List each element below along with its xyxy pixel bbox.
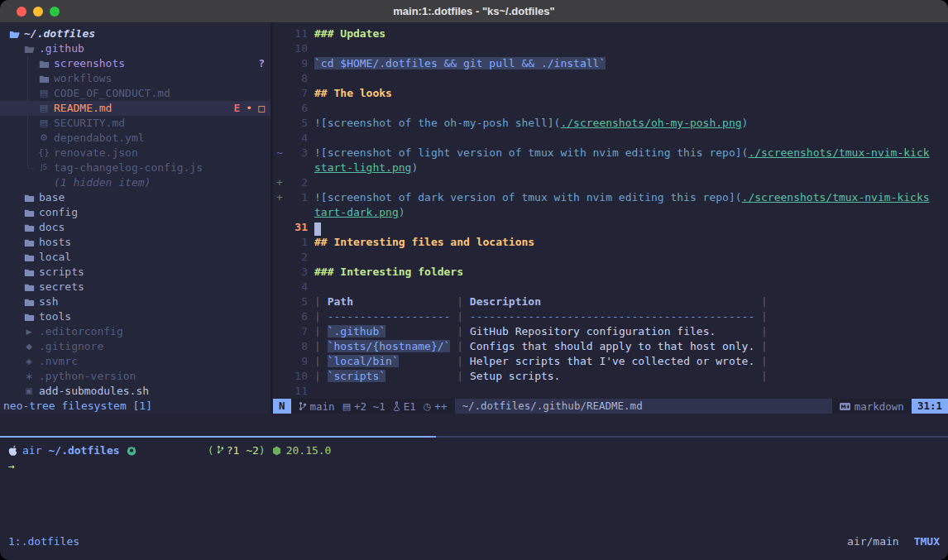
text-segment: |	[754, 340, 768, 352]
line-number: 7	[283, 86, 308, 101]
line-text: ![screenshot of dark version of tmux wit…	[314, 191, 930, 203]
tree-item-.github[interactable]: .github	[0, 41, 273, 56]
tree-item-add-submodules.sh[interactable]: ▣add-submodules.sh	[0, 384, 273, 399]
editor-line[interactable]: start-light.png)	[273, 160, 948, 175]
line-number: 31	[283, 220, 308, 235]
neo-tree-panel: ~/.dotfiles.githubscreenshots?workflows▤…	[0, 22, 273, 414]
folder-icon	[22, 253, 36, 262]
tree-item-tag-changelog-config.js[interactable]: JStag-changelog-config.js	[0, 160, 273, 175]
tree-item-renovate.json[interactable]: {}renovate.json	[0, 146, 273, 160]
file-md-icon: ▤	[36, 101, 51, 116]
editor-line[interactable]: 11	[273, 384, 948, 399]
tree-item-hosts[interactable]: hosts	[0, 235, 273, 250]
editor-line[interactable]: 8| `hosts/{hostname}/` | Configs that sh…	[273, 339, 948, 354]
editor-line[interactable]: 6	[273, 101, 948, 116]
editor-line[interactable]: 4	[273, 131, 948, 146]
editor-line[interactable]: 9| `local/bin` | Helper scripts that I'v…	[273, 354, 948, 369]
markdown-link[interactable]: ./screenshots/tmux-nvim-kick	[748, 146, 929, 159]
markdown-link[interactable]: start-light.png	[314, 161, 411, 174]
tree-item-scripts[interactable]: scripts	[0, 265, 273, 280]
folder-open-icon	[22, 45, 36, 54]
editor-line[interactable]: 3### Interesting folders	[273, 265, 948, 280]
markdown-link[interactable]: tart-dark.png	[314, 206, 399, 218]
folder-icon	[22, 298, 36, 307]
git-branch-icon	[299, 401, 307, 411]
tree-item-local[interactable]: local	[0, 250, 273, 265]
editor-line[interactable]: 8	[273, 71, 948, 86]
editor-line[interactable]: 10	[273, 41, 948, 56]
text-segment	[385, 370, 450, 382]
tree-item-config[interactable]: config	[0, 205, 273, 220]
editor-pane[interactable]: 11### Updates109`cd $HOME/.dotfiles && g…	[273, 22, 948, 414]
editor-line[interactable]: 5| Path | Description |	[273, 294, 948, 309]
cursor-block	[314, 223, 321, 236]
text-segment	[716, 325, 754, 337]
editor-line[interactable]: 7| `.github` | GitHub Repository configu…	[273, 324, 948, 339]
tree-item-code_of_conduct.md[interactable]: ▤CODE_OF_CONDUCT.md	[0, 86, 273, 101]
tree-item--1-hidden-item-[interactable]: (1 hidden item)	[0, 175, 273, 190]
tree-item-dependabot.yml[interactable]: ⚙dependabot.yml	[0, 131, 273, 146]
tree-item-readme.md[interactable]: ▤README.mdE•□	[0, 101, 273, 116]
tree-item-workflows[interactable]: workflows	[0, 71, 273, 86]
tree-item-secrets[interactable]: secrets	[0, 280, 273, 294]
text-segment	[541, 295, 754, 308]
editor-line[interactable]: 6| ------------------- | ---------------…	[273, 309, 948, 324]
cursor-position: 31:1	[912, 399, 948, 414]
line-number: 11	[283, 384, 308, 399]
file-js-icon: JS	[36, 160, 51, 175]
git-branch-label: main	[310, 400, 335, 413]
line-text: ### Updates	[314, 27, 385, 40]
github-icon	[127, 446, 136, 456]
editor-line[interactable]: 5![screenshot of the oh-my-posh shell](.…	[273, 116, 948, 131]
editor-line[interactable]: +2	[273, 175, 948, 190]
titlebar[interactable]: main:1:.dotfiles - "ks~/.dotfiles"	[0, 0, 948, 23]
editor-line[interactable]: 9`cd $HOME/.dotfiles && git pull && ./in…	[273, 56, 948, 71]
tree-item-label: dependabot.yml	[54, 131, 145, 146]
line-number: 7	[283, 324, 308, 339]
editor-line[interactable]: ~3![screenshot of light version of tmux …	[273, 146, 948, 160]
editor-lines: 11### Updates109`cd $HOME/.dotfiles && g…	[273, 26, 948, 399]
line-number: 5	[283, 294, 308, 309]
text-segment: |	[450, 325, 469, 337]
heading-text: ### Interesting folders	[314, 266, 463, 278]
editor-line[interactable]: 1## Interesting files and locations	[273, 235, 948, 250]
text-segment: |	[314, 355, 328, 367]
editor-line[interactable]: 4	[273, 280, 948, 294]
line-text: | `.github` | GitHub Repository configur…	[314, 325, 768, 337]
line-number: 6	[283, 101, 308, 116]
markdown-icon	[840, 403, 850, 410]
tree-item-.nvmrc[interactable]: ◈.nvmrc	[0, 354, 273, 369]
tree-item-.gitignore[interactable]: ◆.gitignore	[0, 339, 273, 354]
prompt-host: air	[22, 443, 41, 458]
line-number: 8	[283, 71, 308, 86]
text-segment: |	[314, 370, 328, 382]
editor-line[interactable]: 31	[273, 220, 948, 235]
tree-item-tools[interactable]: tools	[0, 309, 273, 324]
pending-label: ++	[434, 400, 447, 413]
line-text: ![screenshot of the oh-my-posh shell](./…	[314, 117, 748, 129]
tree-item-label: ssh	[39, 294, 58, 309]
editor-line[interactable]: 11### Updates	[273, 26, 948, 41]
tree-item-ssh[interactable]: ssh	[0, 294, 273, 309]
tree-item-base[interactable]: base	[0, 190, 273, 205]
tmux-window-label[interactable]: 1:.dotfiles	[8, 535, 79, 548]
tree-item-docs[interactable]: docs	[0, 220, 273, 235]
tree-item--.dotfiles[interactable]: ~/.dotfiles	[0, 26, 273, 41]
editor-line[interactable]: +1![screenshot of dark version of tmux w…	[273, 190, 948, 205]
tree-item-security.md[interactable]: ▤SECURITY.md	[0, 116, 273, 131]
line-text: | `local/bin` | Helper scripts that I've…	[314, 355, 768, 367]
editor-line[interactable]: 7## The looks	[273, 86, 948, 101]
shell-pane[interactable]: air ~/.dotfiles (?1 ~2) 20.15.0 →	[8, 443, 940, 474]
editor-line[interactable]: 10| `scripts` | Setup scripts. |	[273, 369, 948, 384]
tree-item-screenshots[interactable]: screenshots?	[0, 56, 273, 71]
line-number: 9	[283, 354, 308, 369]
tree-item-label: base	[39, 190, 65, 205]
markdown-link[interactable]: ./screenshots/tmux-nvim-kicks	[742, 191, 930, 203]
markdown-link[interactable]: ./screenshots/oh-my-posh.png	[560, 117, 741, 129]
editor-line[interactable]: tart-dark.png)	[273, 205, 948, 220]
tmux-badge: TMUX	[914, 535, 940, 548]
text-segment: |	[450, 310, 469, 323]
tree-item-.editorconfig[interactable]: ▶.editorconfig	[0, 324, 273, 339]
editor-line[interactable]: 2	[273, 250, 948, 265]
tree-item-.python-version[interactable]: ∗.python-version	[0, 369, 273, 384]
